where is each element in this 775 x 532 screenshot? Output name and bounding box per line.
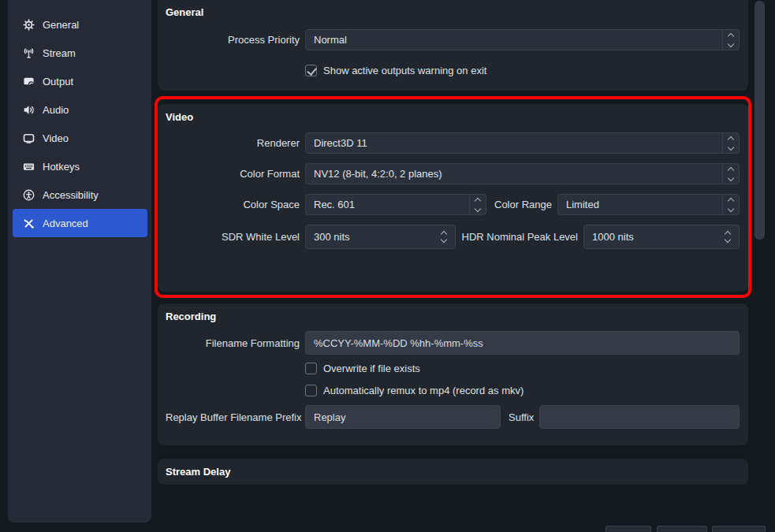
sidebar-item-general[interactable]: General <box>13 10 147 39</box>
color-format-row: Color Format NV12 (8-bit, 4:2:0, 2 plane… <box>166 163 740 184</box>
filename-formatting-row: Filename Formatting <box>166 331 740 355</box>
general-section-title: General <box>166 6 740 18</box>
bottom-button-sliver-2[interactable] <box>657 526 707 532</box>
bottom-button-sliver-1[interactable] <box>605 526 651 532</box>
chevron-down-icon <box>728 40 734 47</box>
color-space-row: Color Space Rec. 601 Color Range Limited <box>166 194 740 215</box>
process-priority-dropdown[interactable]: Normal <box>305 29 740 50</box>
renderer-value: Direct3D 11 <box>314 137 367 149</box>
color-space-label: Color Space <box>166 199 300 210</box>
auto-remux-row: Automatically remux to mp4 (record as mk… <box>305 385 740 396</box>
chevron-up-icon <box>475 197 481 203</box>
hdr-nominal-peak-level-value: 1000 nits <box>592 231 634 243</box>
chevron-down-icon <box>728 205 734 211</box>
spin-down-icon[interactable] <box>441 236 447 243</box>
sidebar-item-label: Audio <box>43 104 69 116</box>
sidebar-item-accessibility[interactable]: Accessibility <box>13 180 147 209</box>
spin-down-icon[interactable] <box>725 236 731 243</box>
monitor-icon <box>22 132 35 144</box>
dropdown-arrows[interactable] <box>722 30 739 50</box>
chevron-down-icon <box>475 205 481 211</box>
sidebar-item-label: Advanced <box>43 218 88 229</box>
sdr-white-level-row: SDR White Level 300 nits HDR Nominal Pea… <box>166 225 740 249</box>
tools-icon <box>22 217 35 229</box>
overwrite-label: Overwrite if file exists <box>323 363 420 374</box>
color-format-value: NV12 (8-bit, 4:2:0, 2 planes) <box>314 168 442 180</box>
sidebar-item-label: Stream <box>43 47 76 59</box>
sidebar-item-advanced[interactable]: Advanced <box>13 209 147 237</box>
color-range-label: Color Range <box>486 199 552 210</box>
hdr-nominal-peak-level-label: HDR Nominal Peak Level <box>456 231 578 243</box>
color-space-dropdown[interactable]: Rec. 601 <box>305 194 486 215</box>
bottom-button-sliver-3[interactable] <box>712 526 766 532</box>
chevron-up-icon <box>728 136 734 142</box>
sdr-white-level-label: SDR White Level <box>166 231 300 243</box>
chevron-down-icon <box>728 143 734 150</box>
sidebar-item-audio[interactable]: Audio <box>13 95 147 124</box>
speaker-icon <box>22 103 35 116</box>
renderer-row: Renderer Direct3D 11 <box>166 132 740 154</box>
renderer-label: Renderer <box>166 137 300 149</box>
chevron-up-icon <box>728 166 734 173</box>
accessibility-icon <box>22 188 35 201</box>
sidebar-item-label: Video <box>43 132 69 144</box>
show-warning-checkbox[interactable] <box>305 65 317 76</box>
process-priority-value: Normal <box>314 34 347 46</box>
sidebar-item-label: General <box>43 19 79 31</box>
recording-section-title: Recording <box>166 311 740 322</box>
process-priority-label: Process Priority <box>166 34 300 46</box>
video-section-title: Video <box>166 111 740 123</box>
sdr-white-level-spinbox[interactable]: 300 nits <box>305 225 456 249</box>
sidebar-item-hotkeys[interactable]: Hotkeys <box>13 152 147 180</box>
auto-remux-label: Automatically remux to mp4 (record as mk… <box>323 385 523 396</box>
chevron-up-icon <box>728 197 734 203</box>
sidebar-item-output[interactable]: Output <box>13 67 147 95</box>
screen-share-icon <box>22 75 35 87</box>
hdr-nominal-peak-level-spinbox[interactable]: 1000 nits <box>583 225 740 249</box>
show-warning-row: Show active outputs warning on exit <box>305 65 740 76</box>
sidebar-item-label: Output <box>43 76 73 87</box>
stream-delay-section: Stream Delay <box>158 459 748 485</box>
color-range-value: Limited <box>566 199 599 210</box>
color-format-label: Color Format <box>166 168 300 180</box>
chevron-up-icon <box>728 32 734 39</box>
renderer-dropdown[interactable]: Direct3D 11 <box>305 132 740 154</box>
recording-section: Recording Filename Formatting Overwrite … <box>158 303 748 445</box>
show-warning-label: Show active outputs warning on exit <box>323 65 486 76</box>
dropdown-arrows[interactable] <box>722 133 739 153</box>
dropdown-arrows[interactable] <box>469 195 486 214</box>
color-space-value: Rec. 601 <box>314 199 355 210</box>
auto-remux-checkbox[interactable] <box>305 385 317 396</box>
color-range-dropdown[interactable]: Limited <box>557 194 740 215</box>
replay-buffer-row: Replay Buffer Filename Prefix Suffix <box>166 405 740 429</box>
sidebar-item-stream[interactable]: Stream <box>13 39 147 67</box>
antenna-icon <box>22 47 35 59</box>
vertical-scrollbar-thumb[interactable] <box>755 1 765 240</box>
filename-formatting-input[interactable] <box>305 331 740 355</box>
replay-suffix-input[interactable] <box>539 405 740 429</box>
sidebar-item-video[interactable]: Video <box>13 124 147 152</box>
overwrite-checkbox[interactable] <box>305 363 317 374</box>
settings-sidebar: General Stream Output Audio Video Hotkey… <box>8 0 151 523</box>
gear-icon <box>22 18 35 31</box>
replay-suffix-label: Suffix <box>509 411 534 423</box>
replay-prefix-input[interactable] <box>305 405 501 429</box>
dropdown-arrows[interactable] <box>722 164 739 184</box>
chevron-down-icon <box>728 174 734 180</box>
general-section: General Process Priority Normal Show act… <box>158 0 748 91</box>
process-priority-row: Process Priority Normal <box>166 29 740 50</box>
keyboard-icon <box>22 160 35 173</box>
sdr-white-level-value: 300 nits <box>314 231 350 243</box>
sidebar-item-label: Accessibility <box>43 189 99 201</box>
color-format-dropdown[interactable]: NV12 (8-bit, 4:2:0, 2 planes) <box>305 163 740 184</box>
video-section: Video Renderer Direct3D 11 Color Format … <box>158 104 748 292</box>
overwrite-row: Overwrite if file exists <box>305 363 740 374</box>
replay-prefix-label: Replay Buffer Filename Prefix <box>166 411 300 423</box>
stream-delay-section-title: Stream Delay <box>166 466 740 478</box>
filename-formatting-label: Filename Formatting <box>166 337 300 349</box>
dropdown-arrows[interactable] <box>722 195 739 214</box>
sidebar-item-label: Hotkeys <box>43 161 80 173</box>
